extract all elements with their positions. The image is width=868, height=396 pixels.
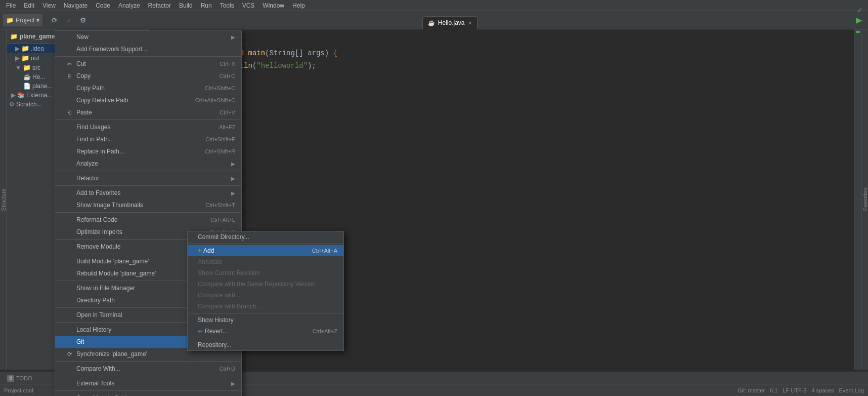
- menu-view[interactable]: View: [38, 1, 60, 10]
- sub-show-history[interactable]: Show History: [188, 314, 343, 326]
- dir-icon: [65, 296, 73, 304]
- menu-vcs[interactable]: VCS: [238, 1, 259, 10]
- history-icon: [65, 326, 73, 334]
- ctx-dir-label: Directory Path: [76, 297, 115, 304]
- sep12: [55, 376, 241, 376]
- folder-icon: 📁: [21, 54, 29, 62]
- ctx-reformat[interactable]: Reformat Code Ctrl+Alt+L: [55, 214, 241, 226]
- sub-compare-same: Compare with the Same Repository Version: [188, 279, 343, 290]
- sub-add-label: Add: [203, 247, 214, 254]
- minimize-icon[interactable]: —: [91, 14, 103, 26]
- structure-label[interactable]: Structure: [0, 186, 8, 213]
- module-settings-icon: [65, 394, 73, 396]
- git-status[interactable]: Git: master: [737, 387, 765, 393]
- divider-icon[interactable]: ÷: [63, 14, 75, 26]
- ctx-paste[interactable]: ⎗ Paste Ctrl+V: [55, 106, 241, 118]
- ctx-terminal-label: Open in Terminal: [76, 311, 122, 319]
- ctx-external-tools[interactable]: External Tools ▶: [55, 377, 241, 389]
- optimize-icon: [65, 228, 73, 236]
- sub-commit-label: Commit Directory...: [198, 233, 249, 241]
- expand-icon: ▼: [15, 64, 21, 71]
- ctx-find-usages-label: Find Usages: [76, 124, 110, 131]
- ctx-find-in-path[interactable]: Find in Path... Ctrl+Shift+F: [55, 133, 241, 145]
- ctx-rebuild-label: Rebuild Module 'plane_game': [76, 270, 156, 277]
- menu-file[interactable]: File: [2, 1, 20, 10]
- ext-tools-icon: [65, 379, 73, 387]
- sub-revert-label: Revert...: [205, 328, 228, 335]
- ctx-show-thumbnails[interactable]: Show Image Thumbnails Ctrl+Shift+T: [55, 199, 241, 211]
- find-icon: [65, 123, 73, 131]
- java-icon: ☕: [23, 73, 31, 81]
- ctx-cut-label: Cut: [76, 60, 86, 67]
- project-label: Project: [16, 17, 34, 24]
- favorites-icon: [65, 189, 73, 197]
- sub-add[interactable]: + Add Ctrl+Alt+A: [188, 245, 343, 256]
- sub-revert[interactable]: ↩ Revert... Ctrl+Alt+Z: [188, 326, 343, 337]
- ctx-copy[interactable]: ⎘ Copy Ctrl+C: [55, 70, 241, 82]
- ctx-new[interactable]: New ▶: [55, 31, 241, 43]
- menu-tools[interactable]: Tools: [216, 1, 238, 10]
- sub-history-label: Show History: [198, 316, 234, 324]
- menu-bar: File Edit View Navigate Code Analyze Ref…: [0, 0, 868, 11]
- favorites-label[interactable]: Favorites: [861, 186, 869, 213]
- git-submenu: Commit Directory... + Add Ctrl+Alt+A Ann…: [187, 231, 344, 351]
- ctx-new-label: New: [76, 33, 89, 41]
- copy-icon: ⎘: [65, 72, 73, 80]
- tree-label: Scratch...: [16, 101, 42, 108]
- sub-annotate-label: Annotate: [198, 258, 222, 265]
- ctx-sync-label: Synchronize 'plane_game': [76, 350, 147, 358]
- ctx-module-settings[interactable]: Open Module Settings F4: [55, 392, 241, 396]
- paste-icon: ⎗: [65, 108, 73, 116]
- ctx-copy-path[interactable]: Copy Path Ctrl+Shift+C: [55, 82, 241, 94]
- todo-count: 6: [7, 375, 14, 382]
- settings-icon[interactable]: ⚙: [77, 14, 89, 26]
- folder-icon: 📁: [23, 64, 31, 71]
- compare-icon: [65, 365, 73, 373]
- menu-analyze[interactable]: Analyze: [114, 1, 144, 10]
- tab-hello-java[interactable]: ☕ Hello.java ✕: [422, 16, 478, 29]
- ctx-copy-rel-path[interactable]: Copy Relative Path Ctrl+Alt+Shift+C: [55, 94, 241, 106]
- ctx-add-framework[interactable]: Add Framework Support...: [55, 43, 241, 55]
- refactor-icon: [65, 174, 73, 182]
- menu-edit[interactable]: Edit: [20, 1, 38, 10]
- ctx-analyze[interactable]: Analyze ▶: [55, 157, 241, 170]
- tab-label: Hello.java: [438, 19, 465, 26]
- menu-refactor[interactable]: Refactor: [144, 1, 175, 10]
- menu-navigate[interactable]: Navigate: [60, 1, 92, 10]
- menu-window[interactable]: Window: [258, 1, 288, 10]
- todo-label: TODO: [16, 375, 32, 381]
- ctx-add-favorites[interactable]: Add to Favorites ▶: [55, 187, 241, 199]
- sub-commit-dir[interactable]: Commit Directory...: [188, 231, 343, 243]
- java-icon: 📄: [23, 83, 31, 90]
- right-scroll-bar[interactable]: [854, 29, 861, 370]
- ctx-replace-in-path[interactable]: Replace in Path... Ctrl+Shift+R: [55, 145, 241, 157]
- ctx-refactor[interactable]: Refactor ▶: [55, 172, 241, 184]
- analyze-arrow: ▶: [231, 161, 235, 167]
- find-path-icon: [65, 135, 73, 143]
- ctx-compare-with[interactable]: Compare With... Ctrl+D: [55, 363, 241, 375]
- todo-tab[interactable]: 6 TODO: [3, 374, 36, 383]
- ctx-paste-label: Paste: [76, 109, 92, 116]
- menu-code[interactable]: Code: [92, 1, 114, 10]
- sync-icon[interactable]: ⟳: [49, 14, 61, 26]
- copy-rel-icon: [65, 96, 73, 104]
- sync-ctx-icon: ⟳: [65, 350, 73, 358]
- tree-label: out: [31, 55, 39, 62]
- ctx-copy-path-label: Copy Path: [76, 85, 105, 92]
- find-usages-shortcut: Alt+F7: [219, 124, 235, 130]
- tree-label: Externa...: [26, 92, 52, 99]
- project-dropdown[interactable]: 📁 Project ▾: [3, 14, 42, 26]
- ctx-find-usages[interactable]: Find Usages Alt+F7: [55, 121, 241, 133]
- sub-repository[interactable]: Repository...: [188, 339, 343, 350]
- menu-run[interactable]: Run: [197, 1, 216, 10]
- tab-close-icon[interactable]: ✕: [468, 20, 472, 26]
- replace-icon: [65, 147, 73, 155]
- sub-annotate: Annotate: [188, 256, 343, 267]
- sub-compare-same-label: Compare with the Same Repository Version: [198, 281, 316, 288]
- event-log-label[interactable]: Event Log: [839, 387, 864, 393]
- replace-shortcut: Ctrl+Shift+R: [205, 148, 235, 154]
- menu-build[interactable]: Build: [175, 1, 197, 10]
- ctx-cut[interactable]: ✂ Cut Ctrl+X: [55, 58, 241, 70]
- expand-icon: ▶: [15, 55, 20, 62]
- menu-help[interactable]: Help: [288, 1, 309, 10]
